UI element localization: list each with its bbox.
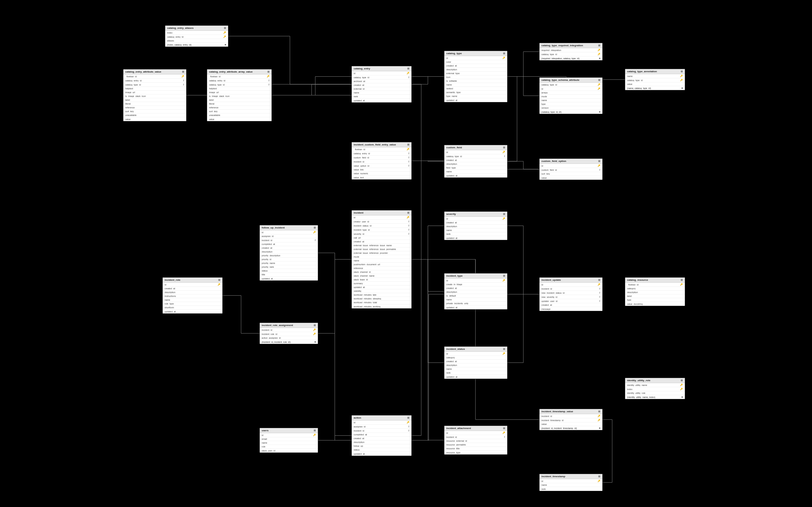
table-header[interactable]: catalog_entry⊞	[352, 66, 411, 71]
table-action[interactable]: action⊞id🔑assignee_id⚷incident_id⚷comple…	[351, 415, 412, 456]
table-column[interactable]: _fivetran_id🔑	[625, 283, 685, 287]
table-header[interactable]: catalog_entry_aliases⊞	[165, 26, 228, 31]
table-catalog_type[interactable]: catalog_type⊞id🔑colorcreated_atdescripti…	[444, 51, 507, 102]
table-column[interactable]: custom_field_id⚷	[540, 168, 602, 172]
table-header[interactable]: custom_field_option⊞	[540, 159, 602, 164]
table-column[interactable]: catalog_entry_id🔑	[165, 35, 228, 39]
table-catalog_entry_attribute_array_value[interactable]: catalog_entry_attribute_array_value⊞_fiv…	[207, 69, 272, 121]
table-column[interactable]: incident_status_id⚷	[352, 224, 411, 228]
table-column[interactable]: incident_id🔑	[260, 328, 318, 332]
table-column[interactable]: incident_timestamp_id🔑	[540, 418, 602, 422]
table-header[interactable]: severity⊞	[444, 212, 507, 217]
table-column[interactable]: id🔑	[260, 433, 318, 437]
table-column[interactable]: archived_at	[352, 79, 411, 83]
table-column[interactable]: slack_channel_id	[352, 270, 411, 274]
table-column[interactable]: catalog_entry_id⚷	[123, 78, 186, 83]
table-column[interactable]: updated_at	[444, 236, 507, 240]
table-column[interactable]: (incident_id, incident_role_id)◆	[260, 340, 318, 344]
table-follow_up_incident[interactable]: follow_up_incident⊞id🔑assignee_idinciden…	[259, 225, 318, 281]
table-column[interactable]: description	[444, 363, 507, 367]
table-column[interactable]: _fivetran_id🔑	[207, 74, 271, 78]
table-column[interactable]: incident_id⚷	[540, 287, 602, 291]
table-column[interactable]: value_numeric	[352, 172, 411, 176]
table-column[interactable]: description	[444, 68, 507, 72]
table-column[interactable]: created_at	[352, 240, 411, 244]
table-column[interactable]: sort_key	[123, 110, 186, 113]
table-header[interactable]: incident_role_assignment⊞	[260, 323, 318, 328]
table-column[interactable]: name	[540, 99, 602, 102]
table-column[interactable]: incident_id🔑	[540, 414, 602, 418]
table-severity[interactable]: severity⊞id🔑created_atdescriptionnameran…	[444, 211, 507, 240]
table-column[interactable]: updated_at	[444, 98, 507, 102]
table-incident[interactable]: incident⊞id🔑creator_user_id⚷incident_sta…	[351, 210, 412, 308]
table-column[interactable]: id🔑	[260, 230, 318, 234]
table-column[interactable]: reference	[207, 106, 271, 110]
table-column[interactable]: reference	[123, 106, 186, 110]
table-column[interactable]: resource_type	[444, 451, 507, 454]
table-column[interactable]: helptext	[123, 87, 186, 91]
table-column[interactable]: workload_minutes_late	[352, 293, 411, 297]
table-custom_field[interactable]: custom_field⊞id🔑catalog_type_id⚷created_…	[444, 145, 507, 178]
table-column[interactable]: rank	[540, 487, 602, 491]
table-column[interactable]: required_integration🔑	[540, 48, 602, 52]
table-column[interactable]: ranked	[444, 87, 507, 91]
table-column[interactable]: shortform	[163, 306, 222, 309]
table-column[interactable]: postmortem_document_url	[352, 263, 411, 267]
table-column[interactable]: created_at	[444, 221, 507, 225]
table-column[interactable]: name	[260, 441, 318, 445]
table-column[interactable]: catalog_type_id🔑	[540, 52, 602, 56]
table-column[interactable]: is_editable	[444, 79, 507, 83]
table-header[interactable]: identity_utility_role⊞	[625, 378, 685, 383]
table-header[interactable]: incident_attachment⊞	[444, 426, 507, 431]
table-column[interactable]: created_at	[444, 360, 507, 363]
table-column[interactable]: catalog_type_id⚷	[123, 83, 186, 87]
table-header[interactable]: incident_custom_field_entry_value⊞	[352, 142, 411, 147]
table-column[interactable]: mode	[540, 95, 602, 99]
table-column[interactable]: literal	[123, 102, 186, 106]
table-column[interactable]: external_type	[444, 72, 507, 75]
table-column[interactable]: incident_id⚷	[352, 429, 411, 433]
table-column[interactable]: action_assignee_id	[260, 336, 318, 340]
table-incident_type[interactable]: incident_type⊞id🔑create_in_triagecreated…	[444, 273, 507, 309]
table-column[interactable]: _fivetran_id🔑	[123, 74, 186, 78]
table-column[interactable]: label	[207, 98, 271, 102]
table-column[interactable]: (index, catalog_entry_id)◆	[165, 43, 228, 47]
table-column[interactable]: name	[352, 91, 411, 95]
table-column[interactable]: catalog_entry_id⚷	[352, 152, 411, 156]
table-incident_custom_field_entry_value[interactable]: incident_custom_field_entry_value⊞_fivet…	[351, 142, 412, 180]
table-custom_field_option[interactable]: custom_field_option⊞id🔑custom_field_id⚷s…	[539, 158, 603, 180]
table-column[interactable]: type_name	[444, 95, 507, 98]
table-column[interactable]: created_at	[444, 64, 507, 68]
table-column[interactable]: updated_at	[163, 309, 222, 314]
table-column[interactable]: rank	[352, 95, 411, 99]
table-column[interactable]: catalog_type_id⚷	[352, 75, 411, 79]
table-column[interactable]: title	[260, 273, 318, 277]
table-column[interactable]: type	[625, 298, 685, 302]
table-catalog_type_annotation[interactable]: catalog_type_annotation⊞name🔑catalog_typ…	[625, 69, 685, 90]
table-column[interactable]: updated_at	[352, 285, 411, 289]
table-column[interactable]: value_link	[352, 168, 411, 172]
table-column[interactable]: assignee_id	[260, 234, 318, 238]
table-column[interactable]: external_issue_reference_provider	[352, 251, 411, 255]
table-column[interactable]: aliases	[165, 39, 228, 43]
table-column[interactable]: is_default	[444, 294, 507, 298]
table-column[interactable]: description	[625, 291, 685, 294]
table-column[interactable]: unavailable	[123, 113, 186, 117]
table-header[interactable]: catalog_type_annotation⊞	[625, 69, 685, 74]
table-column[interactable]: severity_id⚷	[352, 232, 411, 236]
table-column[interactable]: color	[444, 60, 507, 64]
table-column[interactable]: identity_utility_role	[625, 391, 685, 395]
table-column[interactable]: priority_name	[260, 262, 318, 265]
table-header[interactable]: custom_field⊞	[444, 145, 507, 150]
table-column[interactable]: is_image_slack_icon	[207, 95, 271, 98]
table-column[interactable]: version	[540, 106, 602, 110]
table-column[interactable]: call_url	[352, 236, 411, 240]
table-column[interactable]: created_at	[352, 83, 411, 87]
table-column[interactable]: catalog_type_id🔑	[625, 78, 685, 82]
table-incident_timestamp_value[interactable]: incident_timestamp_value⊞incident_id🔑inc…	[539, 409, 603, 430]
table-column[interactable]: new_incident_status_id⚷	[540, 291, 602, 295]
table-column[interactable]: name	[444, 170, 507, 174]
table-column[interactable]: id🔑	[540, 479, 602, 483]
table-column[interactable]: image_url	[123, 91, 186, 95]
table-column[interactable]: catalog_type_id⚷	[444, 154, 507, 158]
